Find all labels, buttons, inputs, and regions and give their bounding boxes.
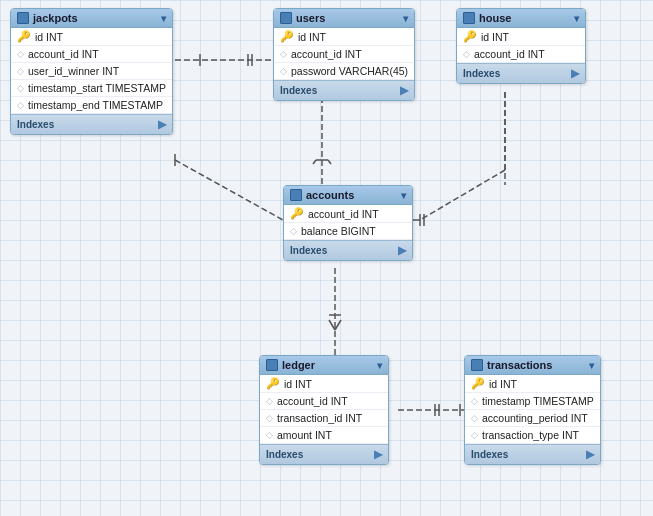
svg-line-14 <box>175 160 283 220</box>
fk-icon: ◇ <box>17 83 24 93</box>
indexes-row-users[interactable]: Indexes ▶ <box>274 80 414 100</box>
table-row: 🔑 id INT <box>457 28 585 46</box>
indexes-arrow: ▶ <box>400 84 408 97</box>
field-label: account_id INT <box>28 48 99 60</box>
table-jackpots-icon <box>17 12 29 24</box>
svg-line-7 <box>328 160 331 164</box>
field-label: transaction_id INT <box>277 412 362 424</box>
table-row: ◇ timestamp_start TIMESTAMP <box>11 80 172 97</box>
field-label: account_id INT <box>308 208 379 220</box>
table-jackpots-arrow[interactable]: ▾ <box>161 13 166 24</box>
table-row: ◇ accounting_period INT <box>465 410 600 427</box>
svg-line-13 <box>420 170 505 220</box>
table-row: ◇ transaction_type INT <box>465 427 600 444</box>
field-label: id INT <box>284 378 312 390</box>
field-label: timestamp_end TIMESTAMP <box>28 99 163 111</box>
table-ledger-arrow[interactable]: ▾ <box>377 360 382 371</box>
table-accounts-icon <box>290 189 302 201</box>
field-label: user_id_winner INT <box>28 65 119 77</box>
field-label: account_id INT <box>474 48 545 60</box>
pk-icon: 🔑 <box>463 30 477 43</box>
table-row: ◇ user_id_winner INT <box>11 63 172 80</box>
table-house-header: house ▾ <box>457 9 585 28</box>
table-house-title: house <box>479 12 511 24</box>
table-accounts-title: accounts <box>306 189 354 201</box>
table-users-arrow[interactable]: ▾ <box>403 13 408 24</box>
indexes-arrow: ▶ <box>398 244 406 257</box>
svg-line-6 <box>313 160 316 164</box>
table-ledger-header: ledger ▾ <box>260 356 388 375</box>
indexes-arrow: ▶ <box>158 118 166 131</box>
table-accounts-arrow[interactable]: ▾ <box>401 190 406 201</box>
table-row: 🔑 id INT <box>11 28 172 46</box>
fk-icon: ◇ <box>463 49 470 59</box>
table-row: 🔑 id INT <box>274 28 414 46</box>
table-jackpots: jackpots ▾ 🔑 id INT ◇ account_id INT ◇ u… <box>10 8 173 135</box>
indexes-row-accounts[interactable]: Indexes ▶ <box>284 240 412 260</box>
field-label: id INT <box>489 378 517 390</box>
table-row: ◇ timestamp_end TIMESTAMP <box>11 97 172 114</box>
table-row: ◇ account_id INT <box>274 46 414 63</box>
fk-icon: ◇ <box>266 396 273 406</box>
field-label: account_id INT <box>291 48 362 60</box>
field-label: id INT <box>481 31 509 43</box>
fk-icon: ◇ <box>17 100 24 110</box>
table-row: ◇ account_id INT <box>260 393 388 410</box>
table-row: 🔑 id INT <box>465 375 600 393</box>
fk-icon: ◇ <box>17 66 24 76</box>
fk-icon: ◇ <box>471 396 478 406</box>
table-row: ◇ timestamp TIMESTAMP <box>465 393 600 410</box>
indexes-row-jackpots[interactable]: Indexes ▶ <box>11 114 172 134</box>
field-label: account_id INT <box>277 395 348 407</box>
indexes-label: Indexes <box>17 119 54 130</box>
table-row: ◇ balance BIGINT <box>284 223 412 240</box>
svg-line-17 <box>329 320 335 330</box>
indexes-row-house[interactable]: Indexes ▶ <box>457 63 585 83</box>
indexes-label: Indexes <box>290 245 327 256</box>
table-transactions-icon <box>471 359 483 371</box>
table-row: ◇ password VARCHAR(45) <box>274 63 414 80</box>
table-users-icon <box>280 12 292 24</box>
table-ledger-title: ledger <box>282 359 315 371</box>
table-row: ◇ transaction_id INT <box>260 410 388 427</box>
pk-icon: 🔑 <box>266 377 280 390</box>
indexes-label: Indexes <box>280 85 317 96</box>
indexes-label: Indexes <box>471 449 508 460</box>
table-users-title: users <box>296 12 325 24</box>
fk-icon: ◇ <box>471 413 478 423</box>
field-label: transaction_type INT <box>482 429 579 441</box>
table-house-arrow[interactable]: ▾ <box>574 13 579 24</box>
pk-icon: 🔑 <box>280 30 294 43</box>
table-accounts-header: accounts ▾ <box>284 186 412 205</box>
fk-icon: ◇ <box>17 49 24 59</box>
table-row: ◇ account_id INT <box>457 46 585 63</box>
field-label: balance BIGINT <box>301 225 376 237</box>
table-transactions-title: transactions <box>487 359 552 371</box>
field-label: amount INT <box>277 429 332 441</box>
table-house: house ▾ 🔑 id INT ◇ account_id INT Indexe… <box>456 8 586 84</box>
field-label: accounting_period INT <box>482 412 588 424</box>
indexes-row-transactions[interactable]: Indexes ▶ <box>465 444 600 464</box>
table-transactions-header: transactions ▾ <box>465 356 600 375</box>
pk-icon: 🔑 <box>17 30 31 43</box>
table-house-icon <box>463 12 475 24</box>
indexes-label: Indexes <box>463 68 500 79</box>
fk-icon: ◇ <box>266 430 273 440</box>
svg-line-18 <box>335 320 341 330</box>
field-label: id INT <box>298 31 326 43</box>
fk-icon: ◇ <box>290 226 297 236</box>
table-transactions-arrow[interactable]: ▾ <box>589 360 594 371</box>
pk-icon: 🔑 <box>471 377 485 390</box>
table-row: ◇ amount INT <box>260 427 388 444</box>
table-users: users ▾ 🔑 id INT ◇ account_id INT ◇ pass… <box>273 8 415 101</box>
table-accounts: accounts ▾ 🔑 account_id INT ◇ balance BI… <box>283 185 413 261</box>
indexes-arrow: ▶ <box>586 448 594 461</box>
indexes-row-ledger[interactable]: Indexes ▶ <box>260 444 388 464</box>
field-label: password VARCHAR(45) <box>291 65 408 77</box>
table-row: 🔑 id INT <box>260 375 388 393</box>
table-row: 🔑 account_id INT <box>284 205 412 223</box>
table-jackpots-title: jackpots <box>33 12 78 24</box>
table-ledger: ledger ▾ 🔑 id INT ◇ account_id INT ◇ tra… <box>259 355 389 465</box>
fk-icon: ◇ <box>280 66 287 76</box>
fk-icon: ◇ <box>266 413 273 423</box>
